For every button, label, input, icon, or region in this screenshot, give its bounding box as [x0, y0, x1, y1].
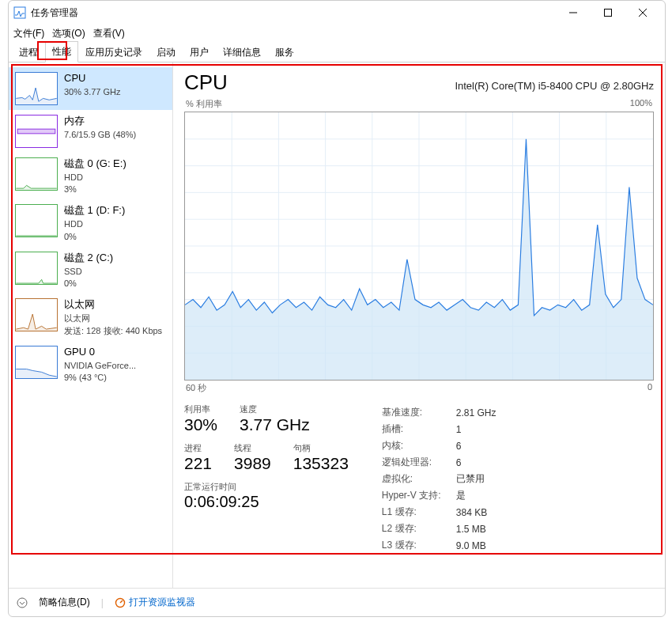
main-panel: CPU Intel(R) Core(TM) i5-8400 CPU @ 2.80… — [173, 62, 665, 588]
sidebar-item-sub: NVIDIA GeForce... — [64, 360, 136, 371]
sidebar-item-sub: 以太网 — [64, 312, 162, 324]
footer: 简略信息(D) | 打开资源监视器 — [9, 588, 665, 616]
threads-label: 线程 — [234, 442, 271, 454]
proc-label: 进程 — [184, 442, 212, 454]
resource-monitor-icon — [115, 597, 126, 608]
threads-value: 3989 — [234, 454, 271, 473]
svg-point-31 — [17, 598, 27, 608]
chart-y-max: 100% — [630, 98, 652, 110]
chart-x-right: 0 — [647, 382, 652, 394]
menu-options[interactable]: 选项(O) — [52, 27, 85, 40]
tabbar: 进程 性能 应用历史记录 启动 用户 详细信息 服务 — [9, 42, 665, 62]
sidebar-item-sub: 7.6/15.9 GB (48%) — [64, 129, 136, 140]
cpu-usage-chart[interactable] — [184, 112, 654, 381]
maximize-button[interactable] — [591, 1, 625, 25]
sidebar-item-sub2: 0% — [64, 231, 125, 242]
svg-marker-8 — [16, 237, 56, 237]
svg-marker-7 — [16, 185, 56, 190]
cpu-heading: CPU — [184, 70, 228, 95]
svg-rect-6 — [17, 129, 55, 134]
titlebar[interactable]: 任务管理器 — [9, 1, 665, 25]
minimize-button[interactable] — [556, 1, 591, 25]
tab-services[interactable]: 服务 — [268, 42, 301, 62]
tab-performance[interactable]: 性能 — [45, 41, 78, 62]
sidebar-thumb — [15, 346, 58, 379]
window-title: 任务管理器 — [31, 6, 556, 20]
tab-app-history[interactable]: 应用历史记录 — [78, 42, 149, 62]
sidebar-thumb — [15, 115, 58, 148]
sidebar-item--2-c-[interactable]: 磁盘 2 (C:)SSD0% — [9, 247, 172, 293]
sidebar-item-title: GPU 0 — [64, 346, 136, 359]
sidebar-item-title: 磁盘 1 (D: F:) — [64, 204, 125, 218]
sidebar-item--[interactable]: 内存7.6/15.9 GB (48%) — [9, 110, 172, 153]
tab-startup[interactable]: 启动 — [149, 42, 183, 62]
chart-y-label: % 利用率 — [186, 98, 222, 110]
tab-details[interactable]: 详细信息 — [216, 42, 268, 62]
sidebar-item-title: 磁盘 2 (C:) — [64, 252, 113, 265]
open-resource-monitor-link[interactable]: 打开资源监视器 — [115, 596, 195, 609]
sidebar-item-title: 以太网 — [64, 298, 162, 312]
svg-marker-11 — [16, 369, 56, 378]
sidebar-thumb — [15, 298, 58, 331]
menu-file[interactable]: 文件(F) — [13, 27, 44, 40]
sidebar-item-sub: 30% 3.77 GHz — [64, 86, 121, 97]
tab-processes[interactable]: 进程 — [12, 42, 45, 62]
uptime-label: 正常运行时间 — [184, 481, 349, 493]
svg-marker-9 — [16, 279, 56, 284]
tab-users[interactable]: 用户 — [183, 42, 216, 62]
cpu-model: Intel(R) Core(TM) i5-8400 CPU @ 2.80GHz — [455, 80, 654, 92]
handles-value: 135323 — [293, 454, 349, 473]
uptime-value: 0:06:09:25 — [184, 493, 349, 511]
chart-x-left: 60 秒 — [186, 382, 206, 394]
sidebar-item-sub2: 发送: 128 接收: 440 Kbps — [64, 325, 162, 336]
util-label: 利用率 — [184, 403, 217, 415]
svg-rect-2 — [605, 9, 612, 17]
sidebar-item--0-g-e-[interactable]: 磁盘 0 (G: E:)HDD3% — [9, 153, 172, 199]
sidebar-thumb — [15, 204, 58, 237]
sidebar-item--[interactable]: 以太网以太网发送: 128 接收: 440 Kbps — [9, 293, 172, 340]
menubar: 文件(F) 选项(O) 查看(V) — [9, 25, 665, 42]
sidebar-item-sub: HDD — [64, 172, 126, 183]
fewer-details-link[interactable]: 简略信息(D) — [39, 596, 90, 609]
proc-value: 221 — [184, 454, 212, 473]
app-icon — [13, 6, 26, 19]
task-manager-window: 任务管理器 文件(F) 选项(O) 查看(V) 进程 性能 应用历史记录 启动 … — [8, 0, 666, 617]
sidebar-item-sub2: 0% — [64, 278, 113, 289]
sidebar-item-title: CPU — [64, 72, 121, 85]
sidebar-item-title: 磁盘 0 (G: E:) — [64, 157, 126, 171]
menu-view[interactable]: 查看(V) — [93, 27, 125, 40]
sidebar-item-title: 内存 — [64, 115, 136, 128]
sidebar-item-sub2: 3% — [64, 184, 126, 195]
sidebar-thumb — [15, 252, 58, 285]
sidebar-item-sub: HDD — [64, 218, 125, 229]
util-value: 30% — [184, 415, 217, 434]
sidebar: CPU30% 3.77 GHz内存7.6/15.9 GB (48%)磁盘 0 (… — [9, 62, 173, 588]
sidebar-item-cpu[interactable]: CPU30% 3.77 GHz — [9, 67, 172, 110]
speed-label: 速度 — [240, 403, 310, 415]
sidebar-item-sub: SSD — [64, 266, 113, 277]
cpu-detail-table: 基准速度:2.81 GHz 插槽:1 内核:6 逻辑处理器:6 虚拟化:已禁用 … — [380, 403, 506, 555]
speed-value: 3.77 GHz — [240, 415, 310, 434]
close-button[interactable] — [625, 1, 660, 25]
sidebar-item--1-d-f-[interactable]: 磁盘 1 (D: F:)HDD0% — [9, 199, 172, 246]
sidebar-item-sub2: 9% (43 °C) — [64, 372, 136, 383]
sidebar-thumb — [15, 72, 58, 105]
handles-label: 句柄 — [293, 442, 349, 454]
sidebar-thumb — [15, 157, 58, 191]
chevron-down-icon[interactable] — [17, 597, 28, 608]
svg-line-33 — [120, 600, 123, 603]
content-area: CPU30% 3.77 GHz内存7.6/15.9 GB (48%)磁盘 0 (… — [9, 62, 665, 588]
sidebar-item-gpu-0[interactable]: GPU 0NVIDIA GeForce...9% (43 °C) — [9, 341, 172, 388]
